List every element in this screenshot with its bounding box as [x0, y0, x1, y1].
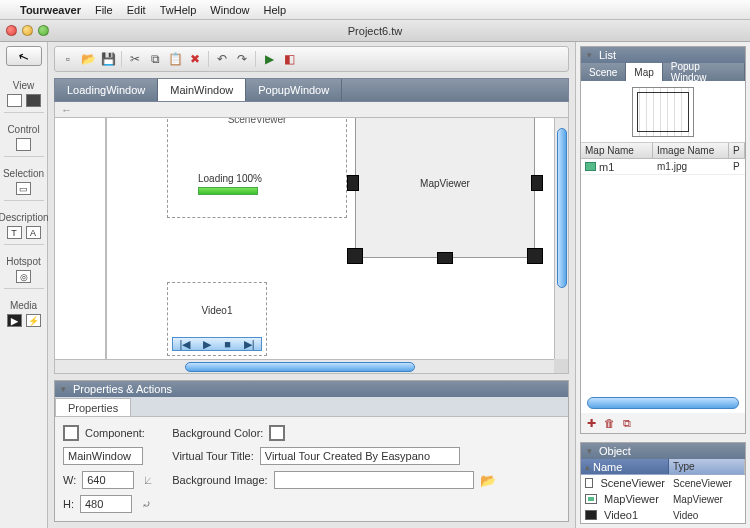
- browse-bgimage-icon[interactable]: 📂: [480, 473, 496, 488]
- height-field[interactable]: 480: [80, 495, 132, 513]
- delete-icon[interactable]: ✖: [188, 52, 202, 66]
- video-object-icon: [585, 510, 597, 520]
- redo-icon[interactable]: ↷: [235, 52, 249, 66]
- delete-map-icon[interactable]: 🗑: [604, 417, 615, 429]
- tab-popup-window[interactable]: PopupWindow: [246, 79, 342, 101]
- component-name-field[interactable]: MainWindow: [63, 447, 143, 465]
- palette-group-selection: Selection: [3, 168, 44, 179]
- tour-title-field[interactable]: Virtual Tour Created By Easypano: [260, 447, 460, 465]
- video-player-controls[interactable]: |◀ ▶ ■ ▶|: [172, 337, 262, 351]
- menu-help[interactable]: Help: [263, 4, 286, 16]
- list-tab-map[interactable]: Map: [626, 63, 662, 81]
- copy-icon[interactable]: ⧉: [148, 52, 162, 66]
- design-canvas[interactable]: SceneViewer Loading 100% MapViewer: [54, 118, 569, 374]
- canvas-scrollbar-vertical[interactable]: [554, 118, 568, 359]
- resize-handle-se[interactable]: [527, 248, 543, 264]
- minimize-window-button[interactable]: [22, 25, 33, 36]
- map-thumbnail[interactable]: [632, 87, 694, 137]
- textbox-tool[interactable]: A: [26, 226, 41, 239]
- arrange-map-icon[interactable]: ⧉: [623, 417, 631, 430]
- system-menubar: Tourweaver File Edit TwHelp Window Help: [0, 0, 750, 20]
- tab-properties[interactable]: Properties: [55, 398, 131, 416]
- menu-edit[interactable]: Edit: [127, 4, 146, 16]
- h-scroll-thumb[interactable]: [185, 362, 415, 372]
- view-tool-1[interactable]: [7, 94, 22, 107]
- menu-window[interactable]: Window: [210, 4, 249, 16]
- hotspot-tool[interactable]: ◎: [16, 270, 31, 283]
- col-object-name[interactable]: ▴Name: [581, 459, 669, 474]
- window-controls: [6, 25, 49, 36]
- player-prev-icon[interactable]: |◀: [179, 338, 190, 351]
- new-icon[interactable]: ▫: [61, 52, 75, 66]
- paste-icon[interactable]: 📋: [168, 52, 182, 66]
- object-row[interactable]: Video1 Video: [581, 507, 745, 523]
- map-grid-header: Map Name Image Name P: [581, 143, 745, 159]
- palette-group-media: Media: [10, 300, 37, 311]
- app-menu[interactable]: Tourweaver: [20, 4, 81, 16]
- player-next-icon[interactable]: ▶|: [244, 338, 255, 351]
- player-play-icon[interactable]: ▶: [203, 338, 211, 351]
- object-panel-header[interactable]: ▾Object: [581, 443, 745, 459]
- mapviewer-component[interactable]: MapViewer: [355, 118, 535, 258]
- palette-group-hotspot: Hotspot: [6, 256, 40, 267]
- component-swatch[interactable]: [63, 425, 79, 441]
- object-grid-body: SceneViewer SceneViewer MapViewer MapVie…: [581, 475, 745, 523]
- map-object-icon: [585, 494, 597, 504]
- bgimage-field[interactable]: [274, 471, 474, 489]
- list-scroll-thumb[interactable]: [587, 397, 739, 409]
- resize-handle-s[interactable]: [437, 252, 453, 264]
- object-row[interactable]: MapViewer MapViewer: [581, 491, 745, 507]
- width-field[interactable]: 640: [82, 471, 134, 489]
- mapviewer-label: MapViewer: [420, 178, 470, 189]
- object-row[interactable]: SceneViewer SceneViewer: [581, 475, 745, 491]
- video-component[interactable]: Video1 |◀ ▶ ■ ▶|: [167, 282, 267, 356]
- col-object-type[interactable]: Type: [669, 459, 745, 474]
- close-window-button[interactable]: [6, 25, 17, 36]
- video-tool[interactable]: ▶: [7, 314, 22, 327]
- disclosure-triangle-icon[interactable]: ▾: [587, 50, 592, 60]
- flash-tool[interactable]: ⚡: [26, 314, 41, 327]
- sceneviewer-component[interactable]: SceneViewer Loading 100%: [167, 118, 347, 218]
- selection-tool-button[interactable]: ↖: [6, 46, 42, 66]
- list-tab-popup[interactable]: Popup Window: [663, 63, 745, 81]
- menu-twhelp[interactable]: TwHelp: [160, 4, 197, 16]
- link-dimensions-icon[interactable]: ⟀: [140, 474, 156, 486]
- open-icon[interactable]: 📂: [81, 52, 95, 66]
- col-map-name[interactable]: Map Name: [581, 143, 653, 158]
- preview-icon[interactable]: ▶: [262, 52, 276, 66]
- resize-handle-sw[interactable]: [347, 248, 363, 264]
- palette-group-control: Control: [7, 124, 39, 135]
- publish-icon[interactable]: ◧: [282, 52, 296, 66]
- canvas-scrollbar-horizontal[interactable]: [55, 359, 554, 373]
- width-label: W:: [63, 474, 76, 486]
- save-icon[interactable]: 💾: [101, 52, 115, 66]
- add-map-icon[interactable]: ✚: [587, 417, 596, 430]
- disclosure-triangle-icon[interactable]: ▾: [61, 384, 66, 394]
- main-window-viewport[interactable]: SceneViewer Loading 100% MapViewer: [105, 118, 554, 359]
- player-stop-icon[interactable]: ■: [224, 338, 231, 350]
- properties-panel-header[interactable]: ▾Properties & Actions: [55, 381, 568, 397]
- undo-icon[interactable]: ↶: [215, 52, 229, 66]
- resize-handle-w[interactable]: [347, 175, 359, 191]
- tab-loading-window[interactable]: LoadingWindow: [55, 79, 158, 101]
- control-tool-1[interactable]: [16, 138, 31, 151]
- bgcolor-swatch[interactable]: [269, 425, 285, 441]
- cut-icon[interactable]: ✂: [128, 52, 142, 66]
- v-scroll-thumb[interactable]: [557, 128, 567, 288]
- zoom-window-button[interactable]: [38, 25, 49, 36]
- selection-tool-1[interactable]: ▭: [16, 182, 31, 195]
- reset-dimensions-icon[interactable]: ⤾: [138, 498, 154, 511]
- tab-main-window[interactable]: MainWindow: [158, 79, 246, 101]
- map-row[interactable]: m1 m1.jpg P: [581, 159, 745, 175]
- disclosure-triangle-icon[interactable]: ▾: [587, 446, 592, 456]
- object-grid-header: ▴Name Type: [581, 459, 745, 475]
- view-tool-2[interactable]: [26, 94, 41, 107]
- col-image-name[interactable]: Image Name: [653, 143, 729, 158]
- menu-file[interactable]: File: [95, 4, 113, 16]
- list-tab-scene[interactable]: Scene: [581, 63, 626, 81]
- map-row-icon: [585, 162, 596, 171]
- resize-handle-e[interactable]: [531, 175, 543, 191]
- col-extra[interactable]: P: [729, 143, 745, 158]
- text-tool[interactable]: T: [7, 226, 22, 239]
- back-arrow-icon[interactable]: ←: [61, 104, 72, 116]
